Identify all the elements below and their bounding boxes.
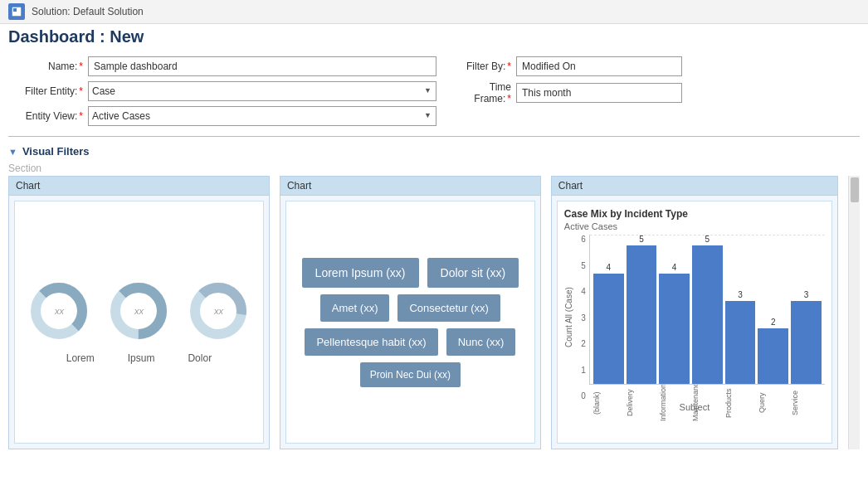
bar-maintenance: 5 [692,235,723,384]
chart3-header: Chart [552,177,837,196]
donut-1-text: xx [55,306,64,316]
donut-3: xx [188,281,248,341]
filter-entity-label: Filter Entity:* [8,85,83,97]
donut-2-text: xx [134,306,144,316]
chart-panel-1: Chart xx [8,176,270,449]
section-divider [8,136,860,137]
donut-label-2: Ipsum [128,352,155,364]
collapse-icon[interactable]: ▼ [8,147,17,157]
bar-blank: 4 [593,263,624,384]
entity-view-select[interactable]: Active Cases [88,106,436,126]
bar-delivery: 5 [627,235,657,384]
time-frame-row: Time Frame:* [453,81,860,104]
donut-1: xx [29,281,89,341]
top-bar: Solution: Default Solution [0,0,868,24]
entity-view-row: Entity View:* Active Cases [8,106,436,126]
tag-lorem-ipsum: Lorem Ipsum (xx) [302,258,419,288]
tag-pellentesque: Pellentesque habit (xx) [305,328,437,356]
x-label-products: Products [724,385,755,421]
tag-dolor-sit: Dolor sit (xx) [427,258,519,288]
tag-proin: Proin Nec Dui (xx) [360,362,461,387]
form-section: Name:* Filter Entity:* Case Entity View:… [0,51,868,131]
chart2-header: Chart [280,177,540,196]
name-label: Name:* [8,61,83,72]
y-axis-title: Count All (Case) [564,235,578,400]
time-frame-label: Time Frame:* [453,81,511,104]
tag-nunc: Nunc (xx) [446,328,516,356]
chart-panel-2: Chart Lorem Ipsum (xx) Dolor sit (xx) Am… [280,176,541,449]
bar-products: 3 [725,290,756,384]
visual-filters-title: Visual Filters [22,145,90,158]
form-left: Name:* Filter Entity:* Case Entity View:… [8,56,436,126]
bar-query: 2 [758,318,788,384]
filter-by-label: Filter By:* [453,61,511,72]
solution-icon [8,3,25,20]
x-label-delivery: Delivery [626,385,656,421]
filter-entity-select[interactable]: Case [88,81,436,101]
x-label-information: Information [659,385,690,421]
visual-filters-header: ▼ Visual Filters [0,142,868,161]
bar-information: 4 [659,263,690,384]
donut-label-1: Lorem [66,352,95,364]
scrollbar-thumb[interactable] [851,177,859,202]
x-label-maintenance: Maintenance [691,385,722,421]
bar-chart-subtitle: Active Cases [564,221,825,231]
filter-by-row: Filter By:* [453,56,860,76]
name-row: Name:* [8,56,436,76]
bar-service: 3 [791,290,822,384]
donut-2: xx [109,281,168,341]
bar-chart-title: Case Mix by Incident Type [564,208,825,220]
name-input[interactable] [88,56,436,76]
filter-by-input[interactable] [516,56,682,76]
svg-rect-1 [13,8,17,12]
time-frame-input[interactable] [516,83,682,103]
x-label-service: Service [791,385,822,421]
tag-consectetur: Consectetur (xx) [397,294,500,322]
filter-entity-row: Filter Entity:* Case [8,81,436,101]
page-title: Dashboard : New [0,24,868,51]
chart-panel-3: Chart Case Mix by Incident Type Active C… [551,176,838,449]
x-label-query: Query [758,385,788,421]
x-label-blank: (blank) [592,385,623,421]
chart1-header: Chart [9,177,269,196]
tag-amet: Amet (xx) [320,294,390,322]
donut-label-3: Dolor [188,352,212,364]
filter-entity-select-wrapper: Case [88,81,436,101]
scrollbar[interactable] [848,176,860,449]
solution-label: Solution: Default Solution [32,6,144,17]
form-right: Filter By:* Time Frame:* [436,56,860,126]
entity-view-select-wrapper: Active Cases [88,106,436,126]
entity-view-label: Entity View:* [8,110,83,122]
donut-3-text: xx [214,306,223,316]
section-label: Section [0,161,868,176]
